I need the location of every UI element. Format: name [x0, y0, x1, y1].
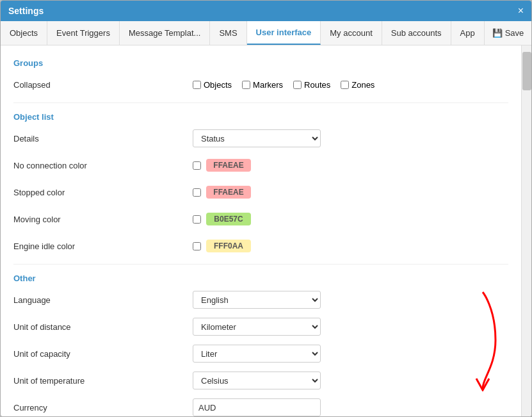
- moving-color-row: Moving color B0E57C: [13, 210, 508, 228]
- engine-idle-color-checkbox[interactable]: [193, 242, 201, 250]
- unit-temperature-select[interactable]: Celsius Fahrenheit: [193, 372, 321, 389]
- object-list-section-title: Object list: [13, 112, 508, 122]
- tab-objects[interactable]: Objects: [1, 21, 47, 45]
- details-label: Details: [13, 134, 193, 143]
- stopped-color-controls: FFAEAE: [193, 186, 251, 199]
- engine-idle-color-controls: FFF0AA: [193, 240, 251, 252]
- title-bar: Settings ×: [1, 1, 531, 21]
- no-connection-color-badge[interactable]: FFAEAE: [206, 159, 251, 172]
- save-disk-icon: 💾: [492, 28, 503, 38]
- unit-capacity-controls: Liter Gallon: [193, 345, 321, 363]
- collapsed-label: Collapsed: [13, 80, 193, 90]
- engine-idle-color-label: Engine idle color: [13, 241, 193, 251]
- tab-app[interactable]: App: [451, 21, 485, 45]
- checkbox-markers[interactable]: Markers: [242, 80, 283, 90]
- save-label: Save: [505, 28, 524, 38]
- zones-checkbox[interactable]: [341, 81, 349, 89]
- unit-distance-controls: Kilometer Mile: [193, 318, 321, 336]
- tab-sub-accounts[interactable]: Sub accounts: [382, 21, 451, 45]
- tab-bar: Objects Event Triggers Message Templat..…: [1, 21, 531, 45]
- currency-controls: [193, 398, 321, 416]
- moving-color-checkbox[interactable]: [193, 215, 201, 224]
- currency-input[interactable]: [193, 398, 321, 416]
- save-tab[interactable]: 💾 Save: [485, 21, 532, 45]
- scrollbar-thumb[interactable]: [522, 52, 531, 90]
- details-controls: Status Name None: [193, 129, 321, 147]
- stopped-color-checkbox[interactable]: [193, 188, 201, 197]
- collapsed-checkboxes: Objects Markers Routes Zones: [193, 80, 375, 90]
- tab-my-account[interactable]: My account: [321, 21, 382, 45]
- dialog-title: Settings: [8, 6, 44, 16]
- unit-capacity-row: Unit of capacity Liter Gallon: [13, 345, 508, 363]
- scrollbar[interactable]: [521, 45, 531, 416]
- tab-sms[interactable]: SMS: [210, 21, 246, 45]
- unit-temperature-row: Unit of temperature Celsius Fahrenheit: [13, 372, 508, 389]
- content-area: Groups Collapsed Objects Markers Routes: [1, 45, 531, 416]
- unit-distance-row: Unit of distance Kilometer Mile: [13, 318, 508, 336]
- currency-label: Currency: [13, 403, 193, 413]
- tab-user-interface[interactable]: User interface: [247, 21, 321, 45]
- divider-2: [13, 264, 508, 265]
- currency-row: Currency: [13, 398, 508, 416]
- language-label: Language: [13, 295, 193, 305]
- engine-idle-color-row: Engine idle color FFF0AA: [13, 237, 508, 255]
- main-content: Groups Collapsed Objects Markers Routes: [1, 45, 521, 416]
- other-section-title: Other: [13, 274, 508, 283]
- moving-color-label: Moving color: [13, 215, 193, 224]
- language-select[interactable]: English German French: [193, 291, 321, 309]
- checkbox-objects[interactable]: Objects: [193, 80, 232, 90]
- tab-event-triggers[interactable]: Event Triggers: [47, 21, 120, 45]
- unit-distance-label: Unit of distance: [13, 322, 193, 332]
- close-button[interactable]: ×: [518, 6, 524, 16]
- no-connection-color-controls: FFAEAE: [193, 159, 251, 172]
- unit-temperature-label: Unit of temperature: [13, 376, 193, 386]
- settings-dialog: Settings × Objects Event Triggers Messag…: [0, 0, 532, 417]
- no-connection-color-label: No connection color: [13, 161, 193, 170]
- details-select[interactable]: Status Name None: [193, 129, 321, 147]
- checkbox-routes[interactable]: Routes: [293, 80, 330, 90]
- stopped-color-badge[interactable]: FFAEAE: [206, 186, 251, 199]
- no-connection-color-row: No connection color FFAEAE: [13, 156, 508, 174]
- stopped-color-label: Stopped color: [13, 188, 193, 197]
- engine-idle-color-badge[interactable]: FFF0AA: [206, 240, 251, 252]
- details-row: Details Status Name None: [13, 129, 508, 147]
- no-connection-color-checkbox[interactable]: [193, 161, 201, 170]
- routes-checkbox[interactable]: [293, 81, 302, 89]
- moving-color-controls: B0E57C: [193, 213, 251, 225]
- unit-distance-select[interactable]: Kilometer Mile: [193, 318, 321, 336]
- language-row: Language English German French: [13, 291, 508, 309]
- divider-1: [13, 102, 508, 103]
- moving-color-badge[interactable]: B0E57C: [206, 213, 251, 225]
- stopped-color-row: Stopped color FFAEAE: [13, 183, 508, 201]
- collapsed-row: Collapsed Objects Markers Routes: [13, 76, 508, 94]
- checkbox-zones[interactable]: Zones: [341, 80, 375, 90]
- groups-section-title: Groups: [13, 58, 508, 68]
- language-controls: English German French: [193, 291, 321, 309]
- unit-capacity-select[interactable]: Liter Gallon: [193, 345, 321, 363]
- markers-checkbox[interactable]: [242, 81, 250, 89]
- unit-temperature-controls: Celsius Fahrenheit: [193, 372, 321, 389]
- objects-checkbox[interactable]: [193, 81, 201, 89]
- tab-message-templates[interactable]: Message Templat...: [120, 21, 210, 45]
- unit-capacity-label: Unit of capacity: [13, 349, 193, 359]
